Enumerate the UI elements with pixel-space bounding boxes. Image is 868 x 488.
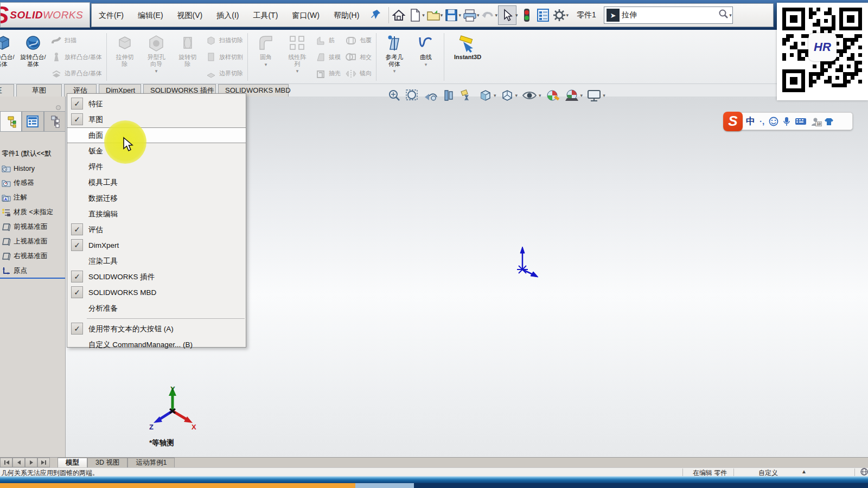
ime-skin-icon[interactable] [824,117,834,126]
lofted-cut-button[interactable]: 放样切割 [206,50,243,65]
swept-cut-button[interactable]: 扫描切除 [206,33,243,48]
propertymanager-tab[interactable] [22,111,43,132]
previous-view-icon[interactable] [423,88,438,102]
linear-pattern-button[interactable]: 线性阵 列 ▾ [282,32,313,82]
linear-pattern-dropdown[interactable]: ▾ [296,68,299,74]
ime-voice-icon[interactable] [783,117,790,126]
sweep-button[interactable]: 扫描 [51,33,102,48]
fillet-dropdown[interactable]: ▾ [265,62,267,67]
first-tab-button[interactable] [0,458,12,467]
menu-item-use-large-buttons[interactable]: 使用带有文本的大按钮 (A) [67,321,246,337]
save-dropdown[interactable]: ▾ [458,12,461,18]
options-list-button[interactable] [535,6,551,24]
view-orientation-icon[interactable]: ▾ [478,88,496,102]
menu-window[interactable]: 窗口(W) [285,4,327,27]
menu-item-dimxpert[interactable]: DimXpert [67,237,246,253]
gear-icon[interactable] [551,6,567,24]
menu-item-data-migration[interactable]: 数据迁移 [67,190,246,206]
ime-emoji-icon[interactable] [769,117,778,126]
tree-item-origin[interactable]: 原点 [2,264,66,278]
zoom-to-area-icon[interactable] [405,88,419,102]
rib-button[interactable]: 筋 [315,33,341,48]
display-style-icon[interactable]: ▾ [500,88,518,102]
tree-root-part[interactable]: 零件1 (默认<<默 [2,146,66,161]
display-style-dropdown[interactable]: ▾ [515,93,518,98]
next-tab-button[interactable] [25,458,37,467]
tree-item-top-plane[interactable]: 上视基准面 [2,234,66,249]
print-button[interactable] [462,6,478,24]
video-progress-track[interactable] [0,483,868,488]
menu-item-render-tools[interactable]: 渲染工具 [67,253,246,269]
revolved-cut-button[interactable]: 旋转切 除 [172,32,203,82]
curves-dropdown[interactable]: ▾ [425,62,427,67]
mirror-button[interactable]: 镜向 [345,66,372,81]
apply-scene-dropdown[interactable]: ▾ [580,93,583,98]
print-dropdown[interactable]: ▾ [477,12,480,18]
loft-button[interactable]: 放样凸台/基体 [51,50,102,65]
draft-button[interactable]: 拔模 [315,50,341,65]
hole-wizard-dropdown[interactable]: ▾ [155,68,158,74]
tree-item-material[interactable]: 材质 <未指定 [2,205,66,220]
select-tool-dropdown[interactable]: ▾ [515,12,518,18]
menu-item-sheet-metal[interactable]: 钣金 [67,143,246,159]
reference-geometry-button[interactable]: 参考几 何体 ▾ [379,32,410,82]
section-view-icon[interactable] [442,88,456,102]
panel-pin-icon[interactable] [56,105,61,110]
ime-punctuation-icon[interactable]: ·, [760,117,764,126]
tree-item-history[interactable]: History [2,161,66,176]
traffic-light-icon[interactable] [519,6,535,24]
menu-item-solidworks-addins[interactable]: SOLIDWORKS 插件 [67,269,246,285]
tab-motion-study[interactable]: 运动算例1 [127,458,175,467]
hole-wizard-button[interactable]: 异型孔 向导 ▾ [141,32,172,82]
menu-item-customize-commandmanager[interactable]: 自定义 CommandManager... (B) [67,337,246,352]
gear-dropdown[interactable]: ▾ [566,12,569,18]
menu-item-mold-tools[interactable]: 模具工具 [67,175,246,190]
tab-model[interactable]: 模型 [58,458,87,467]
video-seek-bar[interactable] [0,476,868,483]
previous-tab-button[interactable] [12,458,25,467]
pin-menu-icon[interactable] [369,8,384,22]
ime-account-icon[interactable]: 10 [811,117,820,126]
ime-language-mode[interactable]: 中 [746,115,755,127]
menu-file[interactable]: 文件(F) [92,4,131,27]
menu-item-surfaces[interactable]: 曲面 [67,127,246,143]
menu-insert[interactable]: 插入(I) [209,4,246,27]
hide-show-items-icon[interactable]: ▾ [521,88,541,102]
ime-keyboard-icon[interactable] [795,117,807,126]
home-button[interactable] [391,6,407,24]
undo-button[interactable] [480,6,496,24]
tree-item-annotations[interactable]: A 注解 [2,190,66,205]
last-tab-button[interactable] [37,458,50,467]
view-settings-icon[interactable]: ▾ [586,88,605,102]
fillet-button[interactable]: 圆角 ▾ [250,32,282,82]
menu-item-direct-editing[interactable]: 直接编辑 [67,206,246,222]
menu-item-analysis-preparation[interactable]: 分析准备 [67,300,246,316]
boundary-cut-button[interactable]: 边界切除 [206,66,243,81]
menu-item-evaluate[interactable]: 评估 [67,222,246,237]
edit-appearance-icon[interactable] [545,88,560,102]
menu-tools[interactable]: 工具(T) [246,4,285,27]
boundary-boss-button[interactable]: 边界凸台/基体 [51,66,102,81]
featuremanager-tree-tab[interactable] [0,111,22,132]
search-dropdown[interactable]: ▾ [729,12,732,18]
measure-icon[interactable] [459,88,475,102]
wrap-button[interactable]: 包覆 [345,33,372,48]
menu-view[interactable]: 视图(V) [170,4,210,27]
revolve-boss-button[interactable]: 旋转凸台/基体 [17,32,49,82]
intersect-button[interactable]: 相交 [345,50,372,65]
search-box[interactable]: ➤ 拉伸 ▾ [604,7,733,24]
select-tool-button[interactable] [498,5,516,25]
sogou-logo-icon[interactable]: S [723,112,743,131]
search-input[interactable]: 拉伸 [622,10,717,20]
menu-item-weldments[interactable]: 焊件 [67,159,246,175]
menu-edit[interactable]: 编辑(E) [131,4,170,27]
search-icon[interactable] [718,9,729,22]
tab-features[interactable]: 特征 [0,84,14,97]
menu-help[interactable]: 帮助(H) [327,4,366,27]
view-orientation-dropdown[interactable]: ▾ [494,93,496,98]
configurationmanager-tab[interactable] [44,111,66,132]
hide-show-dropdown[interactable]: ▾ [539,93,541,98]
extrude-boss-button[interactable]: 拉伸凸台/基体 [0,32,17,82]
curves-button[interactable]: 曲线 ▾ [410,32,442,82]
tree-item-right-plane[interactable]: 右视基准面 [2,249,66,264]
